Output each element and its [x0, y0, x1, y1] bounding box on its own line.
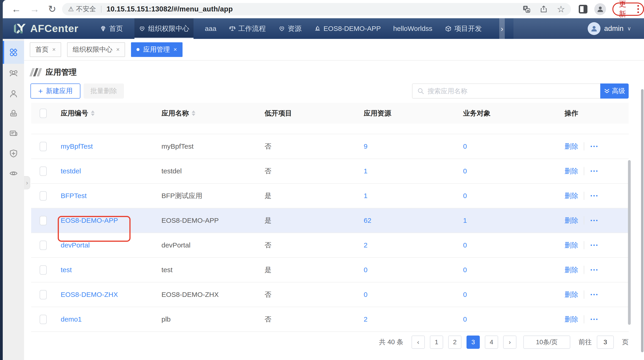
delete-link[interactable]: 删除 [564, 167, 578, 176]
app-code-link[interactable]: myBpfTest [61, 143, 93, 150]
browser-back-icon[interactable]: ← [12, 4, 21, 14]
app-resources-link[interactable]: 9 [364, 143, 368, 150]
address-bar[interactable]: ⚠ 不安全 10.15.15.151:13082/#/menu_auth/app… [62, 3, 571, 15]
page-size-select[interactable]: 10条/页 [523, 336, 570, 349]
next-page-button[interactable]: › [503, 336, 516, 349]
page-button-1[interactable]: 1 [430, 336, 443, 349]
bookmark-star-icon[interactable]: ☆ [557, 4, 565, 14]
biz-objects-link[interactable]: 0 [463, 192, 467, 200]
more-actions-icon[interactable] [590, 292, 598, 298]
sidebar-item-news[interactable] [3, 124, 24, 143]
user-menu[interactable]: admin ∨ [588, 18, 631, 39]
prev-page-button[interactable]: ‹ [412, 336, 425, 349]
page-button-3[interactable]: 3 [466, 336, 480, 349]
delete-link[interactable]: 删除 [564, 142, 578, 151]
more-actions-icon[interactable] [590, 168, 598, 174]
header-app-name[interactable]: 应用名称 [156, 109, 259, 118]
biz-objects-link[interactable]: 0 [463, 143, 467, 150]
nav-item-resources[interactable]: 资源 [277, 18, 302, 39]
app-resources-link[interactable]: 2 [364, 241, 368, 249]
brand[interactable]: AFCenter [13, 22, 78, 35]
row-checkbox[interactable] [40, 216, 47, 225]
row-checkbox[interactable] [40, 167, 47, 176]
nav-item-aaa[interactable]: aaa [204, 18, 217, 39]
tab-首页[interactable]: 首页× [30, 42, 61, 57]
tab-组织权限中心[interactable]: 组织权限中心× [67, 42, 125, 57]
security-label[interactable]: 不安全 [76, 4, 96, 14]
app-resources-link[interactable]: 1 [364, 192, 368, 200]
biz-objects-link[interactable]: 0 [463, 167, 467, 175]
app-code-link[interactable]: test [61, 266, 72, 274]
app-resources-link[interactable]: 0 [364, 291, 368, 299]
sidebar-item-apps[interactable] [3, 41, 24, 64]
biz-objects-link[interactable]: 0 [463, 291, 467, 299]
search-input[interactable] [428, 87, 600, 95]
row-checkbox[interactable] [40, 265, 47, 275]
biz-objects-link[interactable]: 0 [463, 241, 467, 249]
row-checkbox[interactable] [40, 290, 47, 299]
app-code-link[interactable]: devPortal [61, 241, 90, 249]
biz-objects-link[interactable]: 0 [463, 266, 467, 274]
more-actions-icon[interactable] [590, 267, 598, 273]
biz-objects-link[interactable]: 1 [463, 217, 467, 224]
delete-link[interactable]: 删除 [564, 241, 578, 250]
header-app-code[interactable]: 应用编号 [55, 109, 156, 118]
new-app-button[interactable]: + 新建应用 [30, 83, 80, 99]
app-code-link[interactable]: demo1 [61, 315, 82, 323]
page-button-2[interactable]: 2 [448, 336, 462, 349]
goto-page-input[interactable] [597, 336, 614, 349]
page-button-4[interactable]: 4 [485, 336, 498, 349]
app-code-link[interactable]: EOS8-DEMO-APP [61, 217, 118, 224]
tab-close-icon[interactable]: × [52, 46, 56, 53]
translate-icon[interactable] [522, 5, 531, 13]
table-scrollbar[interactable] [628, 160, 631, 325]
app-code-link[interactable]: testdel [61, 167, 81, 175]
more-actions-icon[interactable] [590, 217, 598, 223]
row-checkbox[interactable] [40, 191, 47, 200]
tab-close-icon[interactable]: × [173, 46, 177, 53]
sort-icon[interactable] [91, 110, 94, 116]
row-checkbox[interactable] [40, 315, 47, 324]
app-resources-link[interactable]: 62 [364, 217, 371, 224]
more-actions-icon[interactable] [590, 193, 598, 199]
split-view-icon[interactable] [579, 5, 588, 13]
browser-reload-icon[interactable]: ↻ [48, 4, 56, 14]
app-resources-link[interactable]: 1 [364, 167, 368, 175]
sidebar-item-auth[interactable] [3, 143, 24, 163]
delete-link[interactable]: 删除 [564, 290, 578, 299]
nav-item-eos8-demo-app[interactable]: EOS8-DEMO-APP [313, 18, 382, 39]
nav-item-home[interactable]: 首页 [99, 18, 124, 39]
browser-menu-icon[interactable] [637, 5, 639, 13]
sort-icon[interactable] [192, 110, 195, 116]
tab-应用管理[interactable]: 应用管理× [131, 42, 182, 57]
delete-link[interactable]: 删除 [564, 315, 578, 324]
nav-scroll-right[interactable]: › [499, 18, 505, 39]
tab-close-icon[interactable]: × [116, 46, 120, 53]
sidebar-item-role[interactable] [3, 104, 24, 124]
delete-link[interactable]: 删除 [564, 265, 578, 275]
sidebar-item-org[interactable] [3, 64, 24, 84]
window-scrollbar[interactable] [641, 89, 644, 352]
biz-objects-link[interactable]: 0 [463, 315, 467, 323]
delete-link[interactable]: 删除 [564, 191, 578, 200]
chrome-update-button[interactable]: 更新 [612, 2, 644, 16]
app-resources-link[interactable]: 2 [364, 315, 368, 323]
advanced-search-button[interactable]: 高级 [600, 83, 629, 99]
browser-forward-icon[interactable]: → [30, 4, 40, 14]
more-actions-icon[interactable] [590, 143, 598, 149]
sidebar-item-user[interactable] [3, 84, 24, 104]
app-code-link[interactable]: EOS8-DEMO-ZHX [61, 291, 118, 299]
more-actions-icon[interactable] [590, 316, 598, 322]
batch-delete-button[interactable]: 批量删除 [84, 83, 124, 99]
search-box[interactable] [412, 83, 600, 99]
row-checkbox[interactable] [40, 142, 47, 151]
sidebar-item-settings[interactable] [3, 163, 24, 183]
app-code-link[interactable]: BFPTest [61, 192, 86, 200]
app-resources-link[interactable]: 0 [364, 266, 368, 274]
url-text[interactable]: 10.15.15.151:13082/#/menu_auth/app [106, 5, 233, 13]
nav-item-project-dev[interactable]: 项目开发 [444, 18, 483, 39]
row-checkbox[interactable] [40, 241, 47, 250]
more-actions-icon[interactable] [590, 242, 598, 248]
select-all-checkbox[interactable] [40, 109, 47, 118]
nav-item-org-auth-center[interactable]: 组织权限中心 [134, 18, 194, 39]
